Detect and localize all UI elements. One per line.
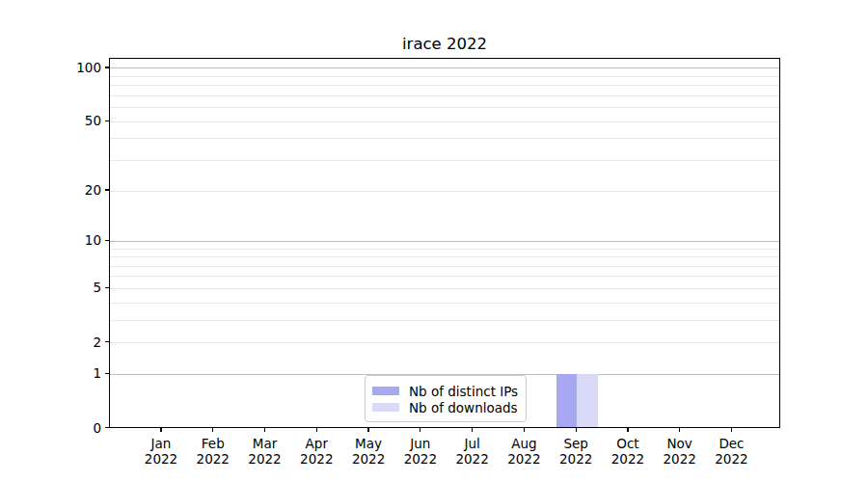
y-gridline-minor bbox=[110, 160, 779, 161]
y-gridline-minor bbox=[110, 85, 779, 86]
y-tick-label: 20 bbox=[39, 181, 101, 199]
x-tick-mark bbox=[316, 428, 317, 432]
y-gridline-minor bbox=[110, 288, 779, 289]
figure-canvas: irace 2022 0125102050100Jan2022Feb2022Ma… bbox=[0, 0, 868, 482]
y-tick-mark bbox=[105, 240, 109, 241]
x-tick-month: Dec bbox=[700, 436, 762, 451]
y-gridline-minor bbox=[110, 107, 779, 108]
plot-area bbox=[109, 58, 780, 428]
legend-label-distinct-ips: Nb of distinct IPs bbox=[409, 384, 518, 399]
legend-entry-distinct-ips: Nb of distinct IPs bbox=[372, 383, 518, 399]
y-tick-label: 5 bbox=[39, 279, 101, 296]
legend-label-downloads: Nb of downloads bbox=[409, 400, 518, 415]
legend-swatch-downloads bbox=[372, 403, 399, 412]
chart-title: irace 2022 bbox=[109, 35, 780, 53]
y-gridline-minor bbox=[110, 303, 779, 304]
y-gridline-minor bbox=[110, 191, 779, 192]
y-gridline-minor bbox=[110, 95, 779, 96]
x-tick-mark bbox=[679, 428, 680, 432]
x-tick-mark bbox=[731, 428, 732, 432]
legend-entry-downloads: Nb of downloads bbox=[372, 399, 518, 415]
x-tick-year: 2022 bbox=[700, 451, 762, 467]
y-gridline-minor bbox=[110, 320, 779, 321]
y-tick-label: 0 bbox=[39, 419, 101, 437]
y-tick-label: 10 bbox=[39, 231, 101, 249]
y-tick-mark bbox=[105, 287, 109, 288]
x-tick-mark bbox=[212, 428, 213, 432]
y-gridline-minor bbox=[110, 256, 779, 257]
bar-distinct-ips bbox=[556, 374, 578, 427]
x-tick-mark bbox=[420, 428, 420, 432]
y-tick-mark bbox=[105, 189, 109, 190]
y-gridline-minor bbox=[110, 138, 779, 139]
x-tick-mark bbox=[472, 428, 473, 432]
y-gridline-minor bbox=[110, 76, 779, 77]
y-tick-mark bbox=[105, 341, 109, 342]
y-tick-label: 50 bbox=[39, 112, 101, 129]
y-tick-mark bbox=[105, 120, 109, 121]
bar-downloads bbox=[577, 374, 598, 427]
y-gridline-minor bbox=[110, 121, 779, 122]
y-tick-label: 100 bbox=[39, 59, 101, 76]
y-gridline-major bbox=[110, 241, 779, 242]
y-gridline-minor bbox=[110, 342, 779, 343]
y-tick-label: 2 bbox=[39, 334, 101, 351]
x-tick-label: Dec2022 bbox=[700, 436, 762, 467]
legend-swatch-distinct-ips bbox=[372, 387, 399, 395]
x-tick-mark bbox=[627, 428, 628, 432]
x-tick-mark bbox=[576, 428, 577, 432]
y-gridline-minor bbox=[110, 276, 779, 277]
y-tick-mark bbox=[105, 373, 109, 374]
x-tick-mark bbox=[367, 428, 368, 432]
y-gridline-major bbox=[110, 67, 779, 68]
x-tick-mark bbox=[264, 428, 265, 432]
x-tick-mark bbox=[524, 428, 525, 432]
y-tick-label: 1 bbox=[39, 364, 101, 382]
x-tick-mark bbox=[160, 428, 161, 432]
y-tick-mark bbox=[105, 67, 109, 67]
y-gridline-minor bbox=[110, 266, 779, 267]
legend: Nb of distinct IPs Nb of downloads bbox=[365, 375, 527, 422]
y-gridline-minor bbox=[110, 249, 779, 250]
y-tick-mark bbox=[105, 427, 109, 428]
